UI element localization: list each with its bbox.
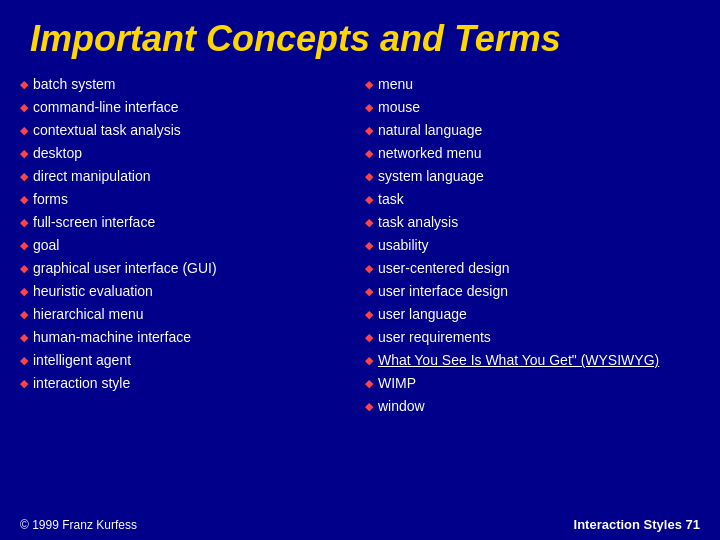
bullet-icon: ◆ [20,147,28,160]
item-label: menu [378,74,413,95]
item-label: user language [378,304,467,325]
bullet-icon: ◆ [365,239,373,252]
bullet-icon: ◆ [20,170,28,183]
item-label: direct manipulation [33,166,151,187]
content-area: ◆batch system◆command-line interface◆con… [0,70,720,418]
list-item: ◆system language [365,166,700,188]
bullet-icon: ◆ [365,308,373,321]
list-item: ◆user interface design [365,281,700,303]
list-item: ◆interaction style [20,373,355,395]
item-label: graphical user interface (GUI) [33,258,217,279]
bullet-icon: ◆ [365,262,373,275]
list-item: ◆goal [20,235,355,257]
list-item: ◆task [365,189,700,211]
bullet-icon: ◆ [365,216,373,229]
bullet-icon: ◆ [365,400,373,413]
list-item: ◆forms [20,189,355,211]
item-label: task analysis [378,212,458,233]
item-label: user requirements [378,327,491,348]
bullet-icon: ◆ [20,377,28,390]
page-title: Important Concepts and Terms [0,0,720,70]
list-item: ◆user language [365,304,700,326]
list-item: ◆human-machine interface [20,327,355,349]
item-label: forms [33,189,68,210]
bullet-icon: ◆ [365,193,373,206]
left-column: ◆batch system◆command-line interface◆con… [20,74,355,418]
bullet-icon: ◆ [20,124,28,137]
item-label: What You See Is What You Get" (WYSIWYG) [378,350,659,371]
footer-page-info: Interaction Styles 71 [574,517,700,532]
list-item: ◆graphical user interface (GUI) [20,258,355,280]
list-item: ◆intelligent agent [20,350,355,372]
item-label: hierarchical menu [33,304,144,325]
item-label: usability [378,235,429,256]
list-item: ◆contextual task analysis [20,120,355,142]
item-label: intelligent agent [33,350,131,371]
bullet-icon: ◆ [20,78,28,91]
list-item: ◆usability [365,235,700,257]
list-item: ◆direct manipulation [20,166,355,188]
bullet-icon: ◆ [20,354,28,367]
item-label: heuristic evaluation [33,281,153,302]
bullet-icon: ◆ [365,331,373,344]
footer: © 1999 Franz Kurfess Interaction Styles … [0,517,720,532]
bullet-icon: ◆ [365,285,373,298]
item-label: goal [33,235,59,256]
list-item: ◆menu [365,74,700,96]
list-item: ◆mouse [365,97,700,119]
list-item: ◆user-centered design [365,258,700,280]
list-item: ◆heuristic evaluation [20,281,355,303]
bullet-icon: ◆ [20,101,28,114]
item-label: desktop [33,143,82,164]
bullet-icon: ◆ [365,147,373,160]
list-item: ◆What You See Is What You Get" (WYSIWYG) [365,350,700,372]
bullet-icon: ◆ [365,101,373,114]
item-label: system language [378,166,484,187]
bullet-icon: ◆ [365,124,373,137]
item-label: human-machine interface [33,327,191,348]
list-item: ◆full-screen interface [20,212,355,234]
footer-copyright: © 1999 Franz Kurfess [20,518,137,532]
bullet-icon: ◆ [365,377,373,390]
list-item: ◆command-line interface [20,97,355,119]
list-item: ◆desktop [20,143,355,165]
list-item: ◆task analysis [365,212,700,234]
item-label: full-screen interface [33,212,155,233]
bullet-icon: ◆ [20,285,28,298]
item-label: networked menu [378,143,482,164]
item-label: WIMP [378,373,416,394]
item-label: natural language [378,120,482,141]
list-item: ◆window [365,396,700,418]
item-label: batch system [33,74,115,95]
list-item: ◆natural language [365,120,700,142]
item-label: interaction style [33,373,130,394]
bullet-icon: ◆ [20,262,28,275]
bullet-icon: ◆ [365,354,373,367]
bullet-icon: ◆ [365,170,373,183]
list-item: ◆hierarchical menu [20,304,355,326]
bullet-icon: ◆ [20,308,28,321]
bullet-icon: ◆ [20,331,28,344]
list-item: ◆networked menu [365,143,700,165]
bullet-icon: ◆ [20,216,28,229]
item-label: command-line interface [33,97,179,118]
page: Important Concepts and Terms ◆batch syst… [0,0,720,540]
item-label: window [378,396,425,417]
bullet-icon: ◆ [20,239,28,252]
right-column: ◆menu◆mouse◆natural language◆networked m… [365,74,700,418]
item-label: contextual task analysis [33,120,181,141]
list-item: ◆WIMP [365,373,700,395]
item-label: user-centered design [378,258,510,279]
item-label: mouse [378,97,420,118]
item-label: user interface design [378,281,508,302]
bullet-icon: ◆ [20,193,28,206]
bullet-icon: ◆ [365,78,373,91]
item-label: task [378,189,404,210]
list-item: ◆user requirements [365,327,700,349]
list-item: ◆batch system [20,74,355,96]
